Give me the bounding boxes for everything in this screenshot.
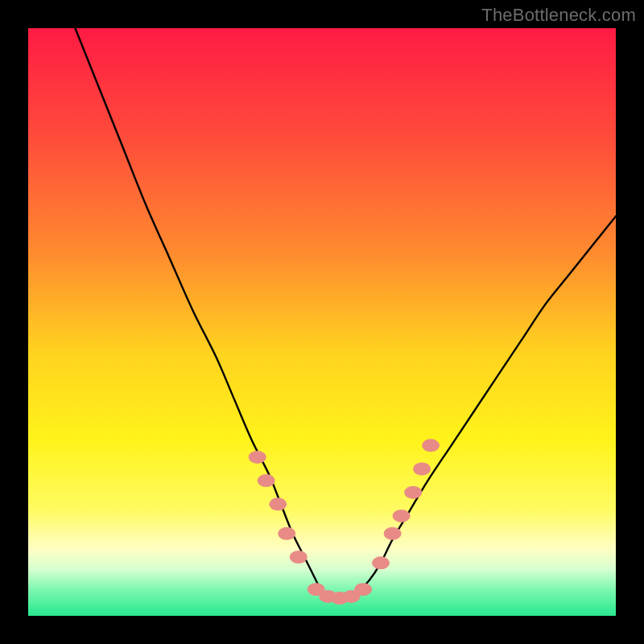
curve-marker — [404, 486, 422, 499]
curve-marker — [249, 451, 266, 464]
plot-area — [28, 28, 616, 616]
chart-frame: TheBottleneck.com — [0, 0, 644, 644]
curve-marker — [393, 510, 411, 522]
watermark-text: TheBottleneck.com — [481, 5, 636, 26]
curve-marker — [269, 497, 287, 510]
curve-marker — [258, 474, 275, 487]
curve-marker — [384, 527, 402, 540]
curve-marker — [413, 463, 431, 476]
curve-marker — [290, 551, 308, 564]
curve-marker — [422, 439, 440, 452]
gradient-background — [28, 28, 616, 616]
curve-marker — [372, 556, 390, 569]
chart-svg — [28, 28, 616, 616]
curve-marker — [354, 583, 372, 596]
curve-marker — [278, 527, 295, 540]
